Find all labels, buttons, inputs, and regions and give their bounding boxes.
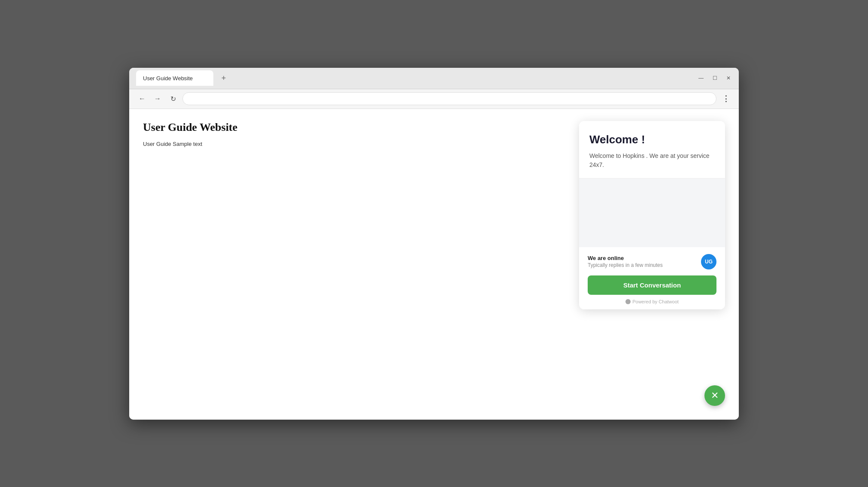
more-options-button[interactable]: ⋮ xyxy=(720,93,732,105)
chat-status-reply: Typically replies in a few minutes xyxy=(588,262,663,268)
address-bar[interactable] xyxy=(182,92,716,105)
chat-status-info: We are online Typically replies in a few… xyxy=(588,255,663,268)
title-bar: User Guide Website + — ☐ ✕ xyxy=(129,68,739,89)
chat-welcome-section: Welcome ! Welcome to Hopkins . We are at… xyxy=(579,121,725,178)
page-content: User Guide Website User Guide Sample tex… xyxy=(129,109,739,420)
back-button[interactable]: ← xyxy=(136,93,148,105)
chat-avatar: UG xyxy=(701,254,716,269)
chat-body xyxy=(579,178,725,247)
chat-welcome-text: Welcome to Hopkins . We are at your serv… xyxy=(589,151,715,169)
chat-widget: Welcome ! Welcome to Hopkins . We are at… xyxy=(579,121,725,309)
chat-powered-by: Powered by Chatwoot xyxy=(588,299,716,304)
minimize-button[interactable]: — xyxy=(698,75,704,82)
close-button[interactable]: ✕ xyxy=(725,75,732,82)
window-controls: — ☐ ✕ xyxy=(698,75,732,82)
chat-footer: We are online Typically replies in a few… xyxy=(579,247,725,309)
powered-icon xyxy=(625,299,631,304)
navigation-bar: ← → ↻ ⋮ xyxy=(129,89,739,109)
reload-button[interactable]: ↻ xyxy=(167,93,179,105)
chat-status-row: We are online Typically replies in a few… xyxy=(588,254,716,269)
tab-label: User Guide Website xyxy=(143,75,193,82)
maximize-button[interactable]: ☐ xyxy=(711,75,718,82)
browser-window: User Guide Website + — ☐ ✕ ← → ↻ xyxy=(129,68,739,420)
start-conversation-button[interactable]: Start Conversation xyxy=(588,275,716,295)
chat-status-online: We are online xyxy=(588,255,663,261)
new-tab-button[interactable]: + xyxy=(217,71,231,85)
chat-close-float-button[interactable]: ✕ xyxy=(704,385,725,406)
chat-welcome-title: Welcome ! xyxy=(589,133,715,146)
active-tab[interactable]: User Guide Website xyxy=(136,70,213,86)
forward-button[interactable]: → xyxy=(152,93,164,105)
